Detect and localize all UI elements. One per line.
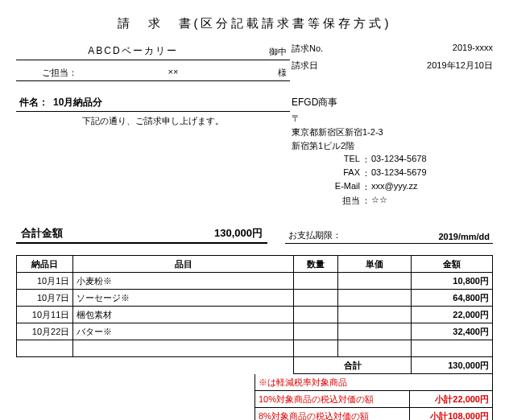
cell-price [338, 323, 412, 340]
invoice-number-value: 2019-xxxx [348, 43, 493, 55]
table-row: 10月1日小麦粉※10,800円 [17, 273, 493, 290]
header-item: 品目 [73, 256, 294, 273]
total-value: 130,000円 [93, 226, 263, 241]
cell-amount: 22,000円 [412, 307, 493, 323]
client-name: ABCDベーカリー [19, 44, 246, 58]
subject-line: 件名： 10月納品分 [16, 94, 290, 112]
invoice-date-value: 2019年12月10日 [348, 60, 493, 72]
issuer-block: EFGD商事 〒 東京都新宿区新宿1-2-3 新宿第1ビル2階 TEL：03-1… [292, 96, 493, 207]
table-row: 10月22日バター※32,400円 [17, 323, 493, 340]
cell-item: 小麦粉※ [73, 273, 294, 290]
client-line: ABCDベーカリー 御中 [16, 43, 290, 60]
invoice-note: 下記の通り、ご請求申し上げます。 [16, 112, 290, 130]
subject-value: 10月納品分 [53, 96, 102, 109]
sum-row: 合計 130,000円 [17, 357, 493, 374]
person-value: ☆☆ [371, 195, 387, 207]
subject-label: 件名： [19, 96, 48, 109]
cell-amount [412, 340, 493, 357]
cell-price [338, 340, 412, 357]
due-value: 2019/mm/dd [361, 232, 490, 241]
cell-amount: 10,800円 [412, 273, 493, 290]
email-label: E-Mail [316, 181, 360, 193]
issuer-address2: 新宿第1ビル2階 [292, 140, 493, 152]
header-qty: 数量 [294, 256, 338, 273]
contact-suffix: 様 [246, 67, 287, 79]
email-value: xxx@yyy.zz [371, 181, 417, 193]
tax10-label: 10%対象商品の税込対価の額 [255, 391, 410, 408]
invoice-date-label: 請求日 [292, 60, 348, 72]
total-label: 合計金額 [21, 226, 93, 241]
fax-value: 03-1234-5679 [371, 167, 427, 179]
table-row: 10月7日ソーセージ※64,800円 [17, 290, 493, 307]
sum-value: 130,000円 [412, 357, 493, 374]
table-row: 10月11日梱包素材22,000円 [17, 307, 493, 323]
header-amount: 金額 [412, 256, 493, 273]
cell-amount: 64,800円 [412, 290, 493, 307]
client-contact-line: ご担当： ×× 様 [16, 65, 290, 81]
table-header-row: 納品日 品目 数量 単価 金額 [17, 256, 493, 273]
cell-item [73, 340, 294, 357]
postal-mark: 〒 [292, 113, 493, 125]
cell-qty [294, 307, 338, 323]
cell-date: 10月22日 [17, 323, 73, 340]
cell-amount: 32,400円 [412, 323, 493, 340]
cell-price [338, 273, 412, 290]
total-line: 合計金額 130,000円 [16, 224, 267, 244]
cell-qty [294, 323, 338, 340]
tel-label: TEL [316, 154, 360, 166]
tax-notes-table: ※は軽減税率対象商品 10%対象商品の税込対価の額 小計22,000円 8%対象… [254, 374, 493, 420]
fax-label: FAX [316, 167, 360, 179]
cell-qty [294, 290, 338, 307]
cell-qty [294, 273, 338, 290]
cell-item: ソーセージ※ [73, 290, 294, 307]
tax8-value: 小計108,000円 [410, 408, 493, 421]
cell-item: 梱包素材 [73, 307, 294, 323]
client-suffix: 御中 [246, 46, 287, 58]
cell-date: 10月7日 [17, 290, 73, 307]
cell-item: バター※ [73, 323, 294, 340]
cell-price [338, 307, 412, 323]
header-date: 納品日 [17, 256, 73, 273]
tel-value: 03-1234-5678 [371, 154, 427, 166]
cell-date: 10月1日 [17, 273, 73, 290]
tax-note-reduced: ※は軽減税率対象商品 [255, 374, 493, 391]
cell-price [338, 290, 412, 307]
sum-label: 合計 [294, 357, 412, 374]
issuer-company: EFGD商事 [292, 96, 493, 109]
issuer-address1: 東京都新宿区新宿1-2-3 [292, 126, 493, 138]
cell-date [17, 340, 73, 357]
cell-date: 10月11日 [17, 307, 73, 323]
tax10-value: 小計22,000円 [410, 391, 493, 408]
cell-qty [294, 340, 338, 357]
header-price: 単価 [338, 256, 412, 273]
table-row [17, 340, 493, 357]
due-label: お支払期限： [288, 229, 361, 241]
document-title: 請 求 書(区分記載請求書等保存方式) [16, 16, 493, 31]
person-label: 担当 [316, 195, 360, 207]
items-table: 納品日 品目 数量 単価 金額 10月1日小麦粉※10,800円10月7日ソーセ… [16, 255, 493, 374]
invoice-number-label: 請求No. [292, 43, 348, 55]
tax8-label: 8%対象商品の税込対価の額 [255, 408, 410, 421]
due-line: お支払期限： 2019/mm/dd [285, 224, 493, 244]
contact-name: ×× [100, 67, 246, 79]
contact-label: ご担当： [19, 67, 100, 79]
